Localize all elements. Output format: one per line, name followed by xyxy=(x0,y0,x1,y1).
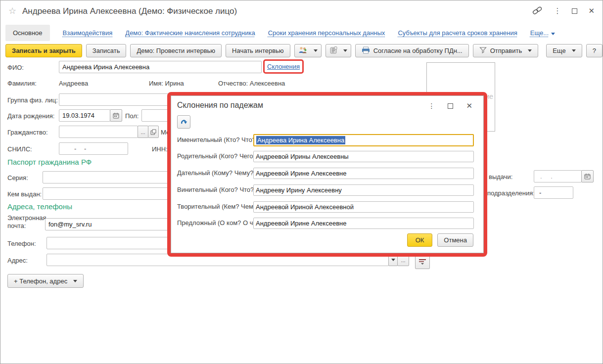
fio-label: ФИО: xyxy=(7,64,24,71)
email-label-line1: Электронная xyxy=(7,214,46,222)
favorite-star-icon[interactable]: ☆ xyxy=(8,5,16,16)
birthdate-calendar-button[interactable] xyxy=(110,109,122,122)
dialog-controls: ⋮ ✕ xyxy=(428,101,472,110)
more-button[interactable]: Еще xyxy=(546,44,582,57)
tab-retention-periods[interactable]: Сроки хранения персональных данных xyxy=(268,29,385,37)
stamp-split-button[interactable] xyxy=(325,44,351,57)
kebab-menu-icon[interactable]: ⋮ xyxy=(554,6,561,15)
selected-text: Андреева Ирина Алексеевна xyxy=(256,136,345,144)
dialog-footer: ОК Отмена xyxy=(407,233,473,247)
email-input[interactable]: fon@my_srv.ru xyxy=(45,218,184,230)
case-nominative-input[interactable]: Андреева Ирина Алексеевна xyxy=(253,134,474,146)
citizenship-ellipsis-button[interactable]: ... xyxy=(138,126,148,138)
close-icon[interactable]: ✕ xyxy=(588,6,595,15)
patronymic-pair: Отчество: Алексеевна xyxy=(218,80,285,87)
case-prepositional-input[interactable]: Андреевой Ирине Алексеевне xyxy=(253,218,474,229)
declensions-highlight: Склонения xyxy=(263,59,304,74)
division-code-input[interactable]: - xyxy=(534,186,573,199)
add-person-split-button[interactable] xyxy=(294,44,322,57)
citizenship-label: Гражданство: xyxy=(7,129,48,136)
tab-main[interactable]: Основное xyxy=(5,25,50,41)
case-accusative-label: Винительный (Кого? Что?): xyxy=(177,186,258,193)
curved-arrow-icon xyxy=(180,119,188,126)
cancel-button[interactable]: Отмена xyxy=(437,233,473,247)
maximize-icon[interactable] xyxy=(572,8,577,14)
lines-caret-icon xyxy=(418,258,426,265)
dialog-kebab-menu-icon[interactable]: ⋮ xyxy=(428,102,435,110)
email-label-line2: почта: xyxy=(7,222,26,229)
address-label: Адрес: xyxy=(7,257,28,264)
series-label: Серия: xyxy=(7,174,28,182)
demo-interview-button[interactable]: Демо: Провести интервью xyxy=(130,44,222,57)
surname-label: Фамилия: xyxy=(7,80,37,87)
snils-input[interactable]: - - xyxy=(59,142,128,155)
tab-more-label: Еще... xyxy=(530,29,549,37)
inn-label: ИНН: xyxy=(152,145,168,153)
case-instrumental-input[interactable]: Андреевой Ириной Алексеевной xyxy=(253,201,474,213)
people-add-icon xyxy=(298,46,308,55)
send-split-button[interactable]: Отправить xyxy=(473,44,538,57)
gender-label: Пол: xyxy=(125,112,139,120)
link-icon[interactable] xyxy=(532,6,543,16)
declensions-dialog-highlight: Склонения по падежам ⋮ ✕ Именительный (К… xyxy=(167,92,487,257)
tab-retention-subjects[interactable]: Субъекты для расчета сроков хранения xyxy=(398,29,517,37)
consent-print-button[interactable]: Согласие на обработку ПДн... xyxy=(355,44,469,57)
birthdate-input[interactable]: 19.03.1974 xyxy=(59,109,110,122)
app-window: ☆ Андреева Ирина Алексеевна (Демо: Физич… xyxy=(0,0,603,364)
case-genitive-input[interactable]: Андреевой Ирины Алексеевны xyxy=(253,151,474,162)
tab-accruals[interactable]: Демо: Фактические начисления сотрудника xyxy=(125,29,255,37)
chevron-down-icon xyxy=(551,33,555,35)
refill-declensions-button[interactable] xyxy=(177,115,190,129)
surname-value: Андреева xyxy=(59,80,88,87)
save-and-close-button[interactable]: Записать и закрыть xyxy=(5,44,82,57)
citizenship-open-button[interactable] xyxy=(148,126,159,138)
issue-date-input[interactable]: . . xyxy=(534,170,582,182)
case-nominative-label: Именительный (Кто? Что?): xyxy=(177,136,260,143)
start-interview-button[interactable]: Начать интервью xyxy=(226,44,290,57)
tab-interactions[interactable]: Взаимодействия xyxy=(63,29,113,37)
case-genitive-label: Родительный (Кого? Чего?): xyxy=(177,152,261,160)
division-code-label-fragment: подразделения: xyxy=(487,189,535,197)
patronymic-label: Отчество: xyxy=(218,80,248,87)
case-accusative-input[interactable]: Андрееву Ирину Алексеевну xyxy=(253,184,474,196)
ok-button[interactable]: ОК xyxy=(407,233,433,247)
dialog-maximize-icon[interactable] xyxy=(448,103,453,109)
page-title: Андреева Ирина Алексеевна (Демо: Физичес… xyxy=(22,6,237,16)
chevron-down-icon xyxy=(314,49,318,52)
addresses-section-header: Адреса, телефоны xyxy=(7,202,72,211)
dialog-close-icon[interactable]: ✕ xyxy=(466,101,472,110)
window-controls: ⋮ ✕ xyxy=(532,5,595,16)
add-phone-address-label: + Телефон, адрес xyxy=(14,277,67,285)
birthdate-label: Дата рождения: xyxy=(7,112,54,120)
firstname-value: Ирина xyxy=(165,80,184,87)
dialog-title: Склонения по падежам xyxy=(177,101,263,110)
fio-input[interactable]: Андреева Ирина Алексеевна xyxy=(59,61,262,73)
issue-date-label-fragment: выдачи: xyxy=(489,173,512,181)
consent-label: Согласие на обработку ПДн... xyxy=(373,47,463,54)
add-phone-address-button[interactable]: + Телефон, адрес xyxy=(7,274,84,288)
declensions-dialog: Склонения по падежам ⋮ ✕ Именительный (К… xyxy=(171,95,484,253)
tab-more[interactable]: Еще... xyxy=(530,29,555,37)
calendar-icon xyxy=(113,112,119,119)
phone-input[interactable] xyxy=(46,237,184,249)
case-dative-input[interactable]: Андреевой Ирине Алексеевне xyxy=(253,168,474,179)
help-button[interactable]: ? xyxy=(586,44,603,57)
firstname-label: Имя: xyxy=(149,80,163,87)
case-instrumental-label: Творительный (Кем? Чем?): xyxy=(177,203,261,210)
chevron-down-icon xyxy=(73,280,77,282)
declensions-link[interactable]: Склонения xyxy=(267,63,300,70)
stamp-icon xyxy=(329,46,337,55)
group-label: Группа физ. лиц: xyxy=(7,96,58,104)
passport-section-header: Паспорт гражданина РФ xyxy=(7,158,92,166)
printer-icon xyxy=(362,46,370,55)
calendar-icon xyxy=(584,173,591,180)
phone-label: Телефон: xyxy=(7,240,36,247)
send-label: Отправить xyxy=(490,47,522,54)
save-button[interactable]: Записать xyxy=(86,44,127,57)
send-funnel-icon xyxy=(479,46,487,55)
chevron-down-icon xyxy=(343,49,347,52)
nav-tabs: Основное Взаимодействия Демо: Фактически… xyxy=(5,24,555,41)
open-form-icon xyxy=(150,129,156,135)
citizenship-input[interactable] xyxy=(59,126,138,138)
issue-date-calendar-button[interactable] xyxy=(581,170,594,182)
